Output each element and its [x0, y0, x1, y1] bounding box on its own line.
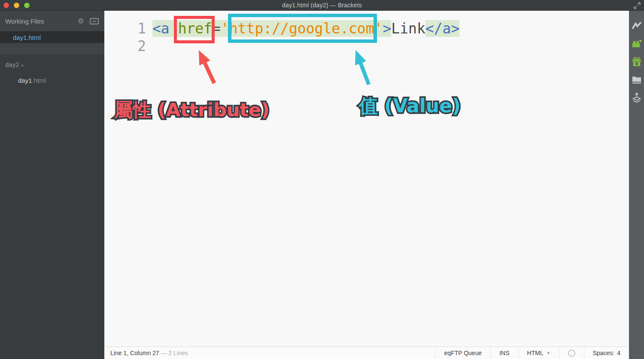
- chevron-down-icon: ▼: [547, 351, 550, 355]
- spaces-setting[interactable]: Spaces:4: [584, 347, 629, 359]
- eqftp-queue-button[interactable]: eqFTP Queue: [435, 347, 491, 359]
- working-file-item-active[interactable]: day1.html: [0, 31, 104, 43]
- eqftp-upload-layers-icon[interactable]: [632, 92, 642, 103]
- token-equals: =: [212, 20, 221, 37]
- right-toolbar: [629, 11, 644, 359]
- titlebar: day1.html (day2) — Brackets: [0, 0, 644, 11]
- sidebar: Working Files ⚙ ↔ day1.html day2▾ day1.h…: [0, 11, 104, 359]
- working-files-header: Working Files ⚙ ↔: [0, 11, 104, 31]
- brackets-window: day1.html (day2) — Brackets Working File…: [0, 0, 644, 359]
- cursor-position: Line 1, Column 27 — 2 Lines: [104, 350, 188, 356]
- lint-status-circle-icon: [568, 350, 575, 357]
- tree-file-basename: day1: [18, 77, 32, 84]
- spaces-value: 4: [617, 350, 620, 356]
- project-dropdown[interactable]: day2▾: [0, 54, 104, 68]
- language-dropdown[interactable]: HTML▼: [518, 347, 559, 359]
- traffic-lights: [3, 3, 30, 8]
- project-files-folder-icon[interactable]: [632, 74, 642, 85]
- close-button[interactable]: [3, 3, 9, 8]
- working-files-title: Working Files: [5, 18, 44, 25]
- statusbar: Line 1, Column 27 — 2 Lines eqFTP Queue …: [104, 347, 629, 359]
- split-view-icon[interactable]: ↔: [90, 18, 99, 24]
- zoom-button[interactable]: [24, 3, 30, 8]
- line-count: — 2 Lines: [161, 350, 188, 356]
- token-link-text: Link: [391, 20, 425, 37]
- project-section: day2▾ day1.html: [0, 54, 104, 359]
- token-close-bracket: >: [383, 20, 391, 37]
- line-number: 2: [104, 37, 146, 55]
- extract-gift-icon[interactable]: [632, 56, 642, 67]
- tree-item-file[interactable]: day1.html: [0, 77, 104, 84]
- fullscreen-icon[interactable]: [633, 1, 641, 10]
- code-line-2: 2: [104, 37, 629, 55]
- insert-mode-indicator[interactable]: INS: [490, 347, 518, 359]
- code-line-1: 1 <a href='http://google.com'>Link</a>: [104, 20, 629, 37]
- tree-file-extension: .html: [32, 77, 46, 84]
- token-attribute: href: [178, 20, 212, 37]
- token-open-tag: <a: [152, 20, 170, 37]
- code-editor[interactable]: 1 <a href='http://google.com'>Link</a> 2: [104, 11, 629, 347]
- token-closing-tag: </a>: [425, 20, 459, 37]
- project-name: day2: [5, 61, 19, 68]
- window-title: day1.html (day2) — Brackets: [282, 2, 362, 9]
- line-number: 1: [104, 20, 146, 37]
- live-preview-icon[interactable]: [632, 20, 642, 31]
- settings-gear-icon[interactable]: ⚙: [78, 18, 84, 25]
- working-files-section: Working Files ⚙ ↔ day1.html: [0, 11, 104, 54]
- token-string-value: 'http://google.com': [221, 20, 383, 37]
- extension-manager-icon[interactable]: [632, 38, 642, 49]
- lint-status-cell[interactable]: [559, 347, 584, 359]
- minimize-button[interactable]: [14, 3, 19, 8]
- chevron-down-icon: ▾: [21, 63, 24, 68]
